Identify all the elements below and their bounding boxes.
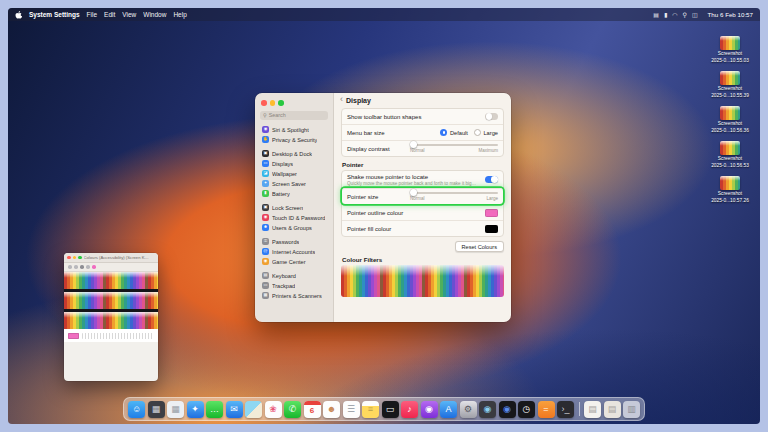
- podcasts-glyph: ◉: [425, 405, 433, 414]
- game-center-icon: ◉: [262, 258, 269, 265]
- dock-item-terminal[interactable]: ›_: [557, 401, 574, 418]
- dock-item-app-store[interactable]: A: [440, 401, 457, 418]
- selected-colour-swatch[interactable]: [68, 333, 79, 339]
- dock-item-music[interactable]: ♪: [401, 401, 418, 418]
- dock-item-siri[interactable]: ◉: [499, 401, 516, 418]
- sidebar-item-desktop-dock[interactable]: ▣Desktop & Dock: [260, 149, 328, 159]
- sidebar-item-trackpad[interactable]: ▭Trackpad: [260, 281, 328, 291]
- sidebar-item-displays[interactable]: ▭Displays: [260, 159, 328, 169]
- menu-view[interactable]: View: [122, 11, 136, 18]
- toolbar-dot-3[interactable]: [86, 265, 90, 269]
- wifi-icon[interactable]: ◠: [672, 12, 677, 18]
- sidebar-item-lock-screen[interactable]: ▣Lock Screen: [260, 203, 328, 213]
- desktop-icon-screenshot[interactable]: Screenshot2025-0...10.55.39: [703, 71, 757, 98]
- dock-item-system-settings[interactable]: ⚙: [460, 401, 477, 418]
- dock-item-facetime[interactable]: ✆: [284, 401, 301, 418]
- toolbar-dot-2[interactable]: [80, 265, 84, 269]
- dock-item-contacts[interactable]: ☻: [323, 401, 340, 418]
- sidebar-item-wallpaper[interactable]: ◪Wallpaper: [260, 169, 328, 179]
- dock-item-mission-control[interactable]: ▦: [148, 401, 165, 418]
- settings-search-input[interactable]: ⚲ Search: [260, 111, 328, 120]
- pane-title: Display: [346, 97, 371, 104]
- battery-icon[interactable]: ▮: [664, 12, 667, 18]
- dock-item-document-stack[interactable]: ▤: [604, 401, 621, 418]
- dock-item-finder[interactable]: ☺: [128, 401, 145, 418]
- desktop-icon-screenshot[interactable]: Screenshot2025-0...10.55.03: [703, 36, 757, 63]
- screenshot-thumbnail: [720, 36, 740, 50]
- menu-bar-size-default-radio[interactable]: Default: [440, 129, 468, 136]
- toolbar-dot-0[interactable]: [68, 265, 72, 269]
- dock-item-safari[interactable]: ✦: [187, 401, 204, 418]
- dock-item-trash[interactable]: ▥: [623, 401, 640, 418]
- back-chevron-icon[interactable]: ‹: [340, 95, 343, 104]
- dock-item-calculator[interactable]: =: [538, 401, 555, 418]
- lock-screen-icon: ▣: [262, 204, 269, 211]
- dock-item-photos[interactable]: ❀: [265, 401, 282, 418]
- trash-glyph: ▥: [627, 405, 636, 414]
- menu-file[interactable]: File: [87, 11, 97, 18]
- menu-help[interactable]: Help: [173, 11, 186, 18]
- dock-item-reminders[interactable]: ☰: [343, 401, 360, 418]
- minimize-button[interactable]: [73, 256, 77, 260]
- close-button[interactable]: [261, 100, 267, 106]
- pointer-size-slider[interactable]: Normal Large: [410, 192, 498, 201]
- desktop-icon-screenshot[interactable]: Screenshot2025-0...10.56.36: [703, 106, 757, 133]
- dock-item-launchpad[interactable]: ▦: [167, 401, 184, 418]
- toolbar-dot-4[interactable]: [92, 265, 96, 269]
- sidebar-item-keyboard[interactable]: ▤Keyboard: [260, 271, 328, 281]
- dock-item-messages[interactable]: …: [206, 401, 223, 418]
- radio-unselected-icon: [474, 129, 481, 136]
- screenshot-thumbnail: [720, 176, 740, 190]
- desktop-dock-icon: ▣: [262, 150, 269, 157]
- dock-item-textedit-document[interactable]: ▤: [584, 401, 601, 418]
- minimize-button[interactable]: [270, 100, 276, 106]
- slider-track: [410, 144, 498, 146]
- desktop-icon-screenshot[interactable]: Screenshot2025-0...10.57.26: [703, 176, 757, 203]
- spotlight-search-icon[interactable]: ⚲: [683, 12, 687, 18]
- screenshot-thumbnail: [720, 71, 740, 85]
- keyboard-icon: ▤: [262, 272, 269, 279]
- menu-edit[interactable]: Edit: [104, 11, 115, 18]
- dock-item-clock[interactable]: ◷: [518, 401, 535, 418]
- menu-bar-size-large-radio[interactable]: Large: [474, 129, 498, 136]
- menu-window[interactable]: Window: [143, 11, 166, 18]
- dock-item-tv[interactable]: ▭: [382, 401, 399, 418]
- menu-bar-clock[interactable]: Thu 6 Feb 10:57: [708, 11, 753, 18]
- close-button[interactable]: [67, 256, 71, 260]
- facetime-glyph: ✆: [289, 405, 297, 414]
- sidebar-item-siri-spotlight[interactable]: ◉Siri & Spotlight: [260, 125, 328, 135]
- dock-item-maps[interactable]: [245, 401, 262, 418]
- zoom-button[interactable]: [278, 100, 284, 106]
- reset-colours-button[interactable]: Reset Colours: [455, 241, 504, 252]
- menu-bar-app-name[interactable]: System Settings: [29, 11, 80, 18]
- dock-item-calendar[interactable]: 6: [304, 401, 321, 418]
- sidebar-item-internet-accounts[interactable]: @Internet Accounts: [260, 247, 328, 257]
- control-center-icon[interactable]: ◫: [692, 12, 698, 18]
- sidebar-item-touch-id-password[interactable]: ◉Touch ID & Password: [260, 213, 328, 223]
- toolbar-dot-1[interactable]: [74, 265, 78, 269]
- dock-item-podcasts[interactable]: ◉: [421, 401, 438, 418]
- colour-grid[interactable]: [82, 333, 154, 339]
- default-radio-label: Default: [450, 130, 468, 136]
- sidebar-item-battery[interactable]: ▮Battery: [260, 189, 328, 199]
- display-contrast-slider[interactable]: Normal Maximum: [410, 144, 498, 153]
- shake-pointer-toggle[interactable]: [485, 176, 498, 184]
- sidebar-item-printers-scanners[interactable]: ▦Printers & Scanners: [260, 291, 328, 301]
- zoom-button[interactable]: [78, 256, 82, 260]
- sidebar-item-privacy-security[interactable]: ✋Privacy & Security: [260, 135, 328, 145]
- desktop-icon-screenshot[interactable]: Screenshot2025-0...10.56.53: [703, 141, 757, 168]
- pointer-fill-swatch[interactable]: [485, 225, 498, 233]
- display-mirroring-icon[interactable]: ▤: [653, 12, 659, 18]
- sidebar-item-screen-saver[interactable]: ✦Screen Saver: [260, 179, 328, 189]
- sidebar-item-label: Screen Saver: [272, 181, 306, 187]
- toolbar-shapes-toggle[interactable]: [485, 113, 498, 121]
- dock-item-mail[interactable]: ✉: [226, 401, 243, 418]
- sidebar-item-passwords[interactable]: ⚿Passwords: [260, 237, 328, 247]
- sidebar-item-game-center[interactable]: ◉Game Center: [260, 257, 328, 267]
- dock-item-notes[interactable]: ≡: [362, 401, 379, 418]
- sidebar-item-users-groups[interactable]: ☻Users & Groups: [260, 223, 328, 233]
- pointer-outline-swatch[interactable]: [485, 209, 498, 217]
- mail-glyph: ✉: [230, 405, 238, 414]
- apple-menu-icon[interactable]: [15, 11, 22, 19]
- dock-item-photo-booth[interactable]: ◉: [479, 401, 496, 418]
